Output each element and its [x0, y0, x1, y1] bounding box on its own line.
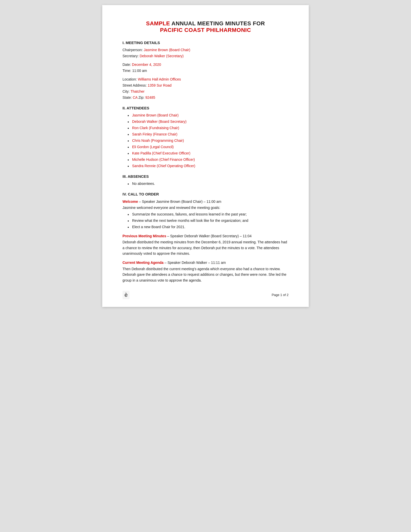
- cto-welcome-body: Jasmine welcomed everyone and reviewed t…: [122, 205, 289, 210]
- list-item: Elect a new Board Chair for 2021.: [128, 224, 289, 230]
- list-item: Michelle Hudson (Chief Finance Officer): [128, 157, 289, 162]
- time-value: 11:00 am: [132, 69, 147, 73]
- cto-item-previous-minutes: Previous Meeting Minutes – Speaker Debor…: [122, 233, 289, 257]
- list-item: Summarize the successes, failures, and l…: [128, 212, 289, 217]
- chairperson-value: Jasmine Brown (Board Chair): [144, 48, 190, 52]
- cto-prev-dash: –: [166, 234, 170, 238]
- list-item: Ron Clark (Fundraising Chair): [128, 125, 289, 131]
- state-label: State:: [122, 95, 133, 100]
- state-value: CA: [133, 95, 137, 100]
- secretary-label: Secretary:: [122, 54, 140, 58]
- city-value: Thatcher: [131, 89, 145, 93]
- secretary-value: Deborah Walker (Secretary): [140, 54, 184, 58]
- cto-item-welcome: Welcome – Speaker Jasmine Brown (Board C…: [122, 199, 289, 230]
- date-value: December 4, 2020: [132, 63, 161, 67]
- title-sample: SAMPLE: [146, 20, 170, 27]
- list-item: Review what the next twelve months will …: [128, 218, 289, 223]
- location-row: Location: Williams Hall Admin Offices: [122, 77, 289, 82]
- list-item: Eli Gordon (Legal Council): [128, 144, 289, 150]
- cto-agenda-speaker-line: Current Meeting Agenda – Speaker Deborah…: [122, 260, 289, 265]
- section-meeting-details-heading: I. MEETING DETAILS: [122, 41, 289, 45]
- cto-agenda-label: Current Meeting Agenda: [122, 261, 163, 265]
- city-label: City:: [122, 89, 131, 93]
- street-label: Street Address:: [122, 83, 148, 87]
- document-page: SAMPLE ANNUAL MEETING MINUTES FOR PACIFI…: [102, 5, 309, 307]
- city-row: City: Thatcher: [122, 89, 289, 94]
- title-line2: PACIFIC COAST PHILHARMONIC: [122, 27, 289, 33]
- cto-welcome-label: Welcome: [122, 200, 138, 204]
- cto-welcome-sublist: Summarize the successes, failures, and l…: [122, 212, 289, 230]
- title-block: SAMPLE ANNUAL MEETING MINUTES FOR PACIFI…: [122, 20, 289, 33]
- cto-welcome-speaker: Speaker Jasmine Brown (Board Chair) – 11…: [142, 200, 221, 204]
- chairperson-row: Chairperson: Jasmine Brown (Board Chair): [122, 47, 289, 53]
- time-label: Time:: [122, 69, 132, 73]
- zip-value: 92485: [145, 95, 155, 100]
- street-value: 1359 Sur Road: [148, 83, 172, 87]
- chairperson-label: Chairperson:: [122, 48, 144, 52]
- title-rest: ANNUAL MEETING MINUTES FOR: [170, 20, 265, 27]
- section-absences-heading: III. ABSENCES: [122, 174, 289, 179]
- cto-block: Welcome – Speaker Jasmine Brown (Board C…: [122, 199, 289, 283]
- date-label: Date:: [122, 63, 132, 67]
- list-item: Chris Noah (Programming Chair): [128, 138, 289, 143]
- cto-prev-speaker-line: Previous Meeting Minutes – Speaker Debor…: [122, 233, 289, 239]
- absences-list: No absentees.: [122, 181, 289, 186]
- location-label: Location:: [122, 77, 138, 81]
- location-value: Williams Hall Admin Offices: [138, 77, 181, 81]
- cto-agenda-speaker: Speaker Deborah Walker – 11:11 am: [168, 261, 226, 265]
- list-item: Jasmine Brown (Board Chair): [128, 113, 289, 118]
- street-row: Street Address: 1359 Sur Road: [122, 83, 289, 88]
- list-item: No absentees.: [128, 181, 289, 186]
- cto-item-current-agenda: Current Meeting Agenda – Speaker Deborah…: [122, 260, 289, 283]
- list-item: Kate Padilla (Chief Executive Officer): [128, 151, 289, 156]
- cto-prev-speaker: Speaker Deborah Walker (Board Secretary)…: [170, 234, 252, 238]
- cto-prev-label: Previous Meeting Minutes: [122, 234, 166, 238]
- zip-label: Zip:: [137, 95, 145, 100]
- list-item: Sarah Finley (Finance Chair): [128, 132, 289, 137]
- cto-welcome-speaker-line: Welcome – Speaker Jasmine Brown (Board C…: [122, 199, 289, 204]
- cto-welcome-dash: –: [138, 200, 142, 204]
- state-row: State: CA Zip: 92485: [122, 95, 289, 100]
- page-footer: è Page 1 of 2: [122, 291, 289, 299]
- date-row: Date: December 4, 2020: [122, 62, 289, 67]
- section-cto-heading: IV. CALL TO ORDER: [122, 192, 289, 196]
- secretary-row: Secretary: Deborah Walker (Secretary): [122, 53, 289, 59]
- footer-page-number: Page 1 of 2: [272, 293, 289, 297]
- footer-logo-icon: è: [122, 291, 130, 299]
- section-attendees-heading: II. ATTENDEES: [122, 106, 289, 110]
- cto-prev-body: Deborah distributed the meeting minutes …: [122, 239, 289, 256]
- cto-agenda-dash: –: [163, 261, 168, 265]
- attendees-list: Jasmine Brown (Board Chair) Deborah Walk…: [122, 113, 289, 169]
- list-item: Deborah Walker (Board Secretary): [128, 119, 289, 124]
- time-row: Time: 11:00 am: [122, 68, 289, 73]
- cto-agenda-body: Then Deborah distributed the current mee…: [122, 266, 289, 283]
- list-item: Sandra Rennie (Chief Operating Officer): [128, 163, 289, 169]
- title-line1: SAMPLE ANNUAL MEETING MINUTES FOR: [122, 20, 289, 27]
